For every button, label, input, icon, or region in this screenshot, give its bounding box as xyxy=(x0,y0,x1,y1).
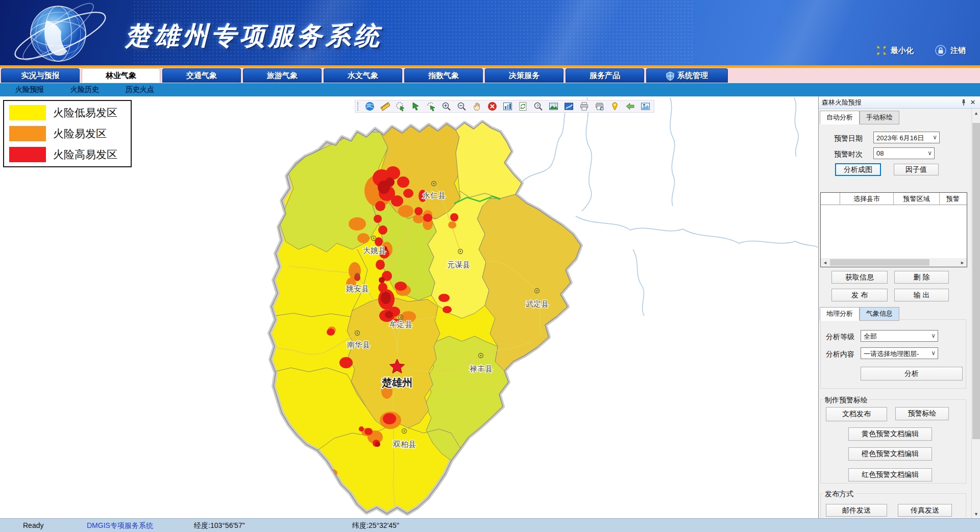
print-icon[interactable] xyxy=(579,101,590,112)
tab-tourism-weather[interactable]: 旅游气象 xyxy=(243,68,322,83)
svg-text:?: ? xyxy=(536,104,539,108)
email-send-button[interactable]: 邮件发送 xyxy=(826,504,887,517)
scroll-down-icon[interactable]: ▼ xyxy=(972,510,980,518)
orange-doc-button[interactable]: 橙色预警文档编辑 xyxy=(848,447,932,461)
lock-icon xyxy=(935,45,946,56)
analysis-content-combo[interactable]: 一请选择地理图层-∨ xyxy=(861,347,938,359)
tab-weather-info[interactable]: 气象信息 xyxy=(860,307,899,321)
analyze-map-button[interactable]: 分析成图 xyxy=(835,163,881,176)
warning-table[interactable]: 选择县市 预警区域 预警 ◄ ► xyxy=(820,192,967,267)
toolbar-grip[interactable] xyxy=(357,102,359,111)
analysis-level-combo[interactable]: 全部∨ xyxy=(861,330,938,342)
stop-icon[interactable] xyxy=(487,101,498,112)
scroll-right-icon[interactable]: ► xyxy=(958,258,967,267)
refresh-page-icon[interactable] xyxy=(518,101,528,112)
map-viewport[interactable]: 永仁县 元谋县 大姚县 姚安县 武定县 牟定县 南华县 禄丰县 双柏县 楚雄州 … xyxy=(0,96,818,518)
logout-button[interactable]: 注销 xyxy=(935,45,966,56)
basemap-icon[interactable] xyxy=(564,101,574,112)
zoom-in-icon[interactable] xyxy=(441,101,452,112)
factor-value-button[interactable]: 因子值 xyxy=(894,164,939,175)
main-tabstrip: 实况与预报 林业气象 交通气象 旅游气象 水文气象 指数气象 决策服务 服务产品… xyxy=(0,68,980,83)
back-arrow-icon[interactable] xyxy=(625,101,635,112)
select-rotate-icon[interactable] xyxy=(426,101,436,112)
tab-traffic-weather[interactable]: 交通气象 xyxy=(162,68,241,83)
globe-logo xyxy=(7,0,125,65)
status-system-link[interactable]: DMGIS专项服务系统 xyxy=(87,521,153,530)
zoom-out-icon[interactable] xyxy=(456,101,467,112)
doc-publish-button[interactable]: 文档发布 xyxy=(826,407,887,421)
legend-item-low: 火险低易发区 xyxy=(9,105,126,120)
publish-button[interactable]: 发 布 xyxy=(831,289,888,301)
logout-label: 注销 xyxy=(950,46,966,56)
get-info-button[interactable]: 获取信息 xyxy=(831,271,888,284)
scroll-left-icon[interactable]: ◄ xyxy=(821,258,829,267)
fax-send-button[interactable]: 传真发送 xyxy=(898,504,952,517)
panel-scrollbar[interactable]: ▲ ▼ xyxy=(971,109,980,518)
warn-time-label: 预警时次 xyxy=(834,150,863,159)
export-button[interactable]: 输 出 xyxy=(894,289,949,301)
warn-plot-button[interactable]: 预警标绘 xyxy=(895,407,949,420)
yellow-doc-button[interactable]: 黄色预警文档编辑 xyxy=(848,427,932,441)
identify-icon[interactable]: ? xyxy=(533,101,544,112)
tab-manual-plot[interactable]: 手动标绘 xyxy=(860,111,899,124)
delete-button[interactable]: 删 除 xyxy=(894,271,949,284)
analyze-button[interactable]: 分析 xyxy=(861,367,963,381)
hscroll-thumb[interactable] xyxy=(830,259,929,266)
chevron-down-icon: ∨ xyxy=(931,349,936,357)
warn-date-label: 预警日期 xyxy=(834,134,863,143)
image-icon[interactable] xyxy=(548,101,559,112)
label-mouding: 牟定县 xyxy=(389,320,412,328)
tab-hydrology-weather[interactable]: 水文气象 xyxy=(324,68,402,83)
submenu-fire-risk-forecast[interactable]: 火险预报 xyxy=(15,85,44,94)
overview-map-icon[interactable] xyxy=(640,101,651,112)
map-legend: 火险低易发区 火险易发区 火险高易发区 xyxy=(3,100,132,167)
warn-time-combo[interactable]: 08∨ xyxy=(873,147,935,159)
tab-auto-analysis[interactable]: 自动分析 xyxy=(820,111,860,124)
table-horizontal-scrollbar[interactable]: ◄ ► xyxy=(821,258,967,267)
red-doc-button[interactable]: 红色预警文档编辑 xyxy=(848,468,932,482)
pan-hand-icon[interactable] xyxy=(472,101,482,112)
select-circle-icon[interactable] xyxy=(395,101,406,112)
tab-system-management[interactable]: 系统管理 xyxy=(646,68,728,83)
vscroll-thumb[interactable] xyxy=(972,123,980,439)
minimize-button[interactable]: 最小化 xyxy=(875,45,914,56)
header: 楚雄州专项服务系统 最小化 注 xyxy=(0,0,980,65)
tab-service-products[interactable]: 服务产品 xyxy=(566,68,644,83)
legend-swatch-low xyxy=(9,105,46,120)
tab-index-weather[interactable]: 指数气象 xyxy=(404,68,483,83)
submenu-historical-fire-points[interactable]: 历史火点 xyxy=(126,85,154,94)
label-yaoan: 姚安县 xyxy=(346,284,369,293)
legend-item-mid: 火险易发区 xyxy=(9,126,126,141)
label-lufeng: 禄丰县 xyxy=(470,364,493,373)
panel-tabs: 自动分析 手动标绘 xyxy=(820,111,899,124)
tab-forestry-weather[interactable]: 林业气象 xyxy=(82,68,160,83)
plot-section-title: 制作预警标绘 xyxy=(823,396,870,405)
label-dayao: 大姚县 xyxy=(363,246,386,255)
legend-swatch-mid xyxy=(9,126,46,141)
tab-decision-service[interactable]: 决策服务 xyxy=(485,68,564,83)
legend-swatch-high xyxy=(9,147,46,162)
close-icon[interactable]: ✕ xyxy=(968,98,977,107)
status-latitude: 纬度:25°32'45" xyxy=(352,521,399,530)
label-yongren: 永仁县 xyxy=(423,191,446,199)
legend-item-high: 火险高易发区 xyxy=(9,147,126,162)
label-shuangbai: 双柏县 xyxy=(393,440,416,448)
map-toolbar: ? xyxy=(355,100,654,113)
placemark-icon[interactable] xyxy=(609,101,620,112)
measure-ruler-icon[interactable] xyxy=(380,101,390,112)
select-arrow-icon[interactable] xyxy=(410,101,421,112)
pin-icon[interactable] xyxy=(959,98,968,107)
forest-fire-panel: 森林火险预报 ✕ 自动分析 手动标绘 预警日期 2023年 6月16日∨ 预警时… xyxy=(818,96,980,518)
tab-live-forecast[interactable]: 实况与预报 xyxy=(1,68,80,83)
tab-geo-analysis[interactable]: 地理分析 xyxy=(820,307,860,321)
label-wuding: 武定县 xyxy=(526,299,549,308)
chart-icon[interactable] xyxy=(502,101,513,112)
submenu-fire-risk-history[interactable]: 火险历史 xyxy=(70,85,99,94)
label-yuanmou: 元谋县 xyxy=(447,260,470,269)
scroll-up-icon[interactable]: ▲ xyxy=(972,109,980,117)
warn-date-combo[interactable]: 2023年 6月16日∨ xyxy=(873,132,940,143)
print-preview-icon[interactable] xyxy=(594,101,605,112)
statusbar: Ready DMGIS专项服务系统 经度:103°56'57" 纬度:25°32… xyxy=(0,518,980,532)
chevron-down-icon: ∨ xyxy=(933,134,937,141)
globe-icon[interactable] xyxy=(364,101,375,112)
